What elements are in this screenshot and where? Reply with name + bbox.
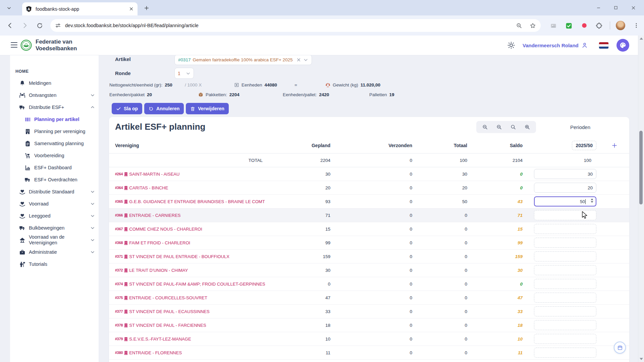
association-link[interactable]: #372 LE TRAIT D'UNION - CHIMAY <box>109 268 265 273</box>
chevron-down-icon[interactable] <box>90 237 95 243</box>
sidebar-item-leeggoed[interactable]: Leeggoed <box>10 210 99 222</box>
browser-menu-icon[interactable] <box>633 22 639 28</box>
cancel-button[interactable]: Annuleren <box>144 103 184 114</box>
period-quantity-input[interactable]: 30 <box>534 169 596 179</box>
chevron-down-icon[interactable] <box>90 93 95 98</box>
search-icon[interactable] <box>510 124 516 130</box>
association-link[interactable]: #375 ENTRAIDE - COURCELLES-SOUVRET <box>109 295 265 300</box>
sidebar-item-voorraad-van-de-verenigingen[interactable]: Voorraad van de Verenigingen <box>10 234 99 246</box>
period-quantity-input[interactable] <box>534 320 596 330</box>
clear-artikel-icon[interactable] <box>296 57 301 62</box>
user-menu[interactable]: Vandermeersch Roland <box>523 42 588 49</box>
col-verzonden[interactable]: Verzonden <box>331 143 413 148</box>
sidebar-item-voorbereiding[interactable]: Voorbereiding <box>10 149 99 162</box>
chevron-down-icon[interactable] <box>90 213 95 219</box>
sidebar-item-distributie-standaard[interactable]: Distributie Standaard <box>10 186 99 198</box>
chevron-down-icon[interactable] <box>90 201 95 206</box>
page-scrollbar[interactable] <box>638 36 644 362</box>
scroll-down-arrow[interactable] <box>638 356 644 362</box>
period-quantity-input[interactable] <box>534 306 596 316</box>
association-link[interactable]: #364 CARITAS - BINCHE <box>109 185 265 190</box>
col-saldo[interactable]: Saldo <box>468 143 523 148</box>
extensions-puzzle-icon[interactable] <box>596 22 602 29</box>
browser-profile-avatar[interactable] <box>616 21 625 30</box>
window-maximize-button[interactable] <box>607 0 625 15</box>
period-quantity-input[interactable]: 20 <box>534 183 596 193</box>
sidebar-item-tutorials[interactable]: Tutorials <box>10 258 99 270</box>
period-quantity-input[interactable] <box>534 238 596 248</box>
sidebar-item-planning-per-artikel[interactable]: Planning per artikel <box>10 113 99 125</box>
period-quantity-input[interactable] <box>534 279 596 289</box>
association-link[interactable]: #264 SAINT-MARTIN - AISEAU <box>109 172 265 177</box>
col-gepland[interactable]: Gepland <box>265 143 331 148</box>
period-quantity-input[interactable]: 50 <box>534 196 596 206</box>
association-link[interactable]: #367 COMME CHEZ NOUS - CHARLEROI <box>109 227 265 232</box>
association-link[interactable]: #380 ENTRAIDE - FLORENNES <box>109 350 265 355</box>
chevron-up-icon[interactable] <box>90 105 95 110</box>
browser-tab[interactable]: A foodbanks-stock-app <box>22 2 138 15</box>
period-calendar-fab[interactable] <box>614 342 626 354</box>
association-link[interactable]: #378 ST VINCENT DE PAUL - FARCIENNES <box>109 323 265 328</box>
sidebar-item-ontvangsten[interactable]: Ontvangsten <box>10 89 99 101</box>
period-quantity-input[interactable] <box>534 265 596 275</box>
theme-palette-button[interactable] <box>616 39 629 52</box>
zoom-out-all-icon[interactable] <box>482 124 488 130</box>
scroll-up-arrow[interactable] <box>638 36 644 42</box>
menu-hamburger-button[interactable] <box>11 42 17 48</box>
sidebar-item-administratie[interactable]: Administratie <box>10 246 99 258</box>
url-bar[interactable]: dev.stock.foodbanksit.be/stock/app/nl-BE… <box>50 19 541 32</box>
period-quantity-input[interactable] <box>534 293 596 303</box>
association-link[interactable]: #368 FAIM ET FROID - CHARLEROI <box>109 240 265 245</box>
chevron-down-icon[interactable] <box>90 249 95 255</box>
sidebar-item-meldingen[interactable]: Meldingen <box>10 77 99 89</box>
association-link[interactable]: #371 ST VINCENT DE PAUL ENTRAIDE - BOUFF… <box>109 254 265 259</box>
check-extension-icon[interactable] <box>566 22 572 29</box>
chevron-down-icon[interactable] <box>303 57 308 62</box>
forward-button[interactable] <box>21 21 29 29</box>
window-minimize-button[interactable] <box>590 0 607 15</box>
artikel-select[interactable]: #0317 Gemalen fairtradekoffie 100% arabi… <box>174 55 312 65</box>
association-link[interactable]: #379 S.E.V.E.S.-FAYT-LEZ-MANAGE <box>109 337 265 342</box>
language-flag-nl[interactable] <box>599 42 608 49</box>
chevron-down-icon[interactable] <box>90 225 95 231</box>
tab-search-button[interactable] <box>5 4 13 12</box>
period-quantity-input[interactable] <box>534 251 596 261</box>
sidebar-item-esf-overdrachten[interactable]: ESF+ Overdrachten <box>10 174 99 186</box>
association-link[interactable]: #377 ST VINCENT DE PAUL - ECAUSSINNES <box>109 309 265 314</box>
theme-toggle-sun-icon[interactable] <box>507 41 515 49</box>
zoom-out-icon[interactable] <box>496 124 502 130</box>
ronde-select[interactable]: 1 <box>174 68 194 79</box>
association-link[interactable]: #374 ST VINCENT DE PAUL-FAIM &AMP; FROID… <box>109 282 265 287</box>
scrollbar-thumb[interactable] <box>639 131 643 204</box>
tab-close-icon[interactable] <box>128 6 134 12</box>
reload-button[interactable] <box>36 21 44 29</box>
col-totaal[interactable]: Totaal <box>413 143 468 148</box>
association-link[interactable]: #365 G.E.B. GUIDANCE ET ENTRAIDE BRAINOI… <box>109 199 265 204</box>
screenshot-extension-icon[interactable] <box>550 22 557 29</box>
site-settings-icon[interactable] <box>55 22 61 28</box>
chevron-down-icon[interactable] <box>90 189 95 194</box>
number-spinner[interactable] <box>591 198 593 203</box>
window-close-button[interactable] <box>625 0 642 15</box>
period-quantity-input[interactable] <box>534 334 596 344</box>
sidebar-item-samenvatting-planning[interactable]: Samenvatting planning <box>10 137 99 149</box>
period-input[interactable]: 2025/50 <box>572 141 596 150</box>
col-vereniging[interactable]: Vereniging <box>109 143 265 148</box>
add-period-button[interactable] <box>599 142 629 148</box>
sidebar-item-voorraad[interactable]: Voorraad <box>10 198 99 210</box>
sidebar-item-distributie-esf[interactable]: Distributie ESF+ <box>10 101 99 113</box>
zoom-indicator-icon[interactable] <box>516 22 522 29</box>
period-quantity-input[interactable] <box>534 348 596 358</box>
delete-button[interactable]: Verwijderen <box>186 103 229 114</box>
sidebar-item-planning-per-vereniging[interactable]: Planning per vereniging <box>10 125 99 137</box>
period-quantity-input[interactable] <box>534 224 596 234</box>
bookmark-star-icon[interactable] <box>530 22 536 29</box>
zoom-in-icon[interactable] <box>524 124 530 130</box>
save-button[interactable]: Sla op <box>112 103 142 114</box>
sidebar-item-esf-dashboard[interactable]: ESF+ Dashboard <box>10 162 99 174</box>
record-extension-icon[interactable] <box>581 22 587 28</box>
new-tab-button[interactable] <box>143 4 150 12</box>
sidebar-item-bulkbewegingen[interactable]: Bulkbewegingen <box>10 222 99 234</box>
back-button[interactable] <box>6 21 14 29</box>
association-link[interactable]: #366 ENTRAIDE - CARNIERES <box>109 213 265 218</box>
